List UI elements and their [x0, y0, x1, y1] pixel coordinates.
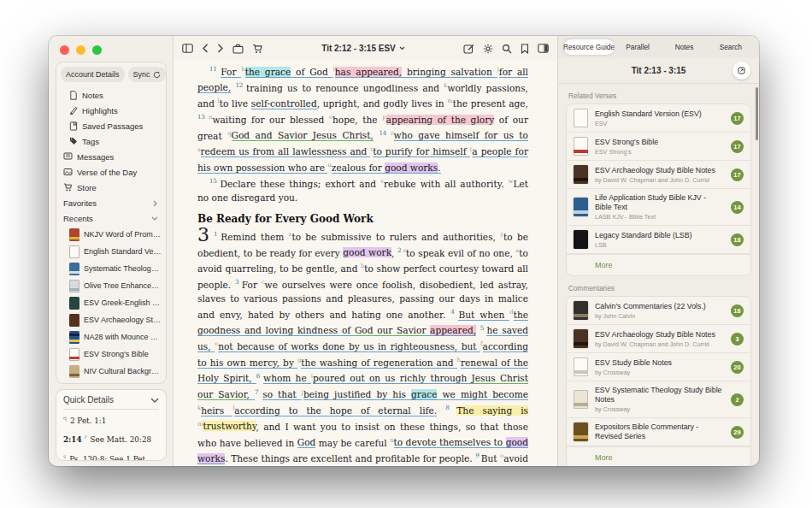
- bible-text-area[interactable]: 11 For hthe grace of God ihas appeared, …: [174, 61, 557, 466]
- sidebar-item-saved-passages[interactable]: Saved Passages: [61, 118, 162, 133]
- resource-item[interactable]: ESV Archaeology Study Bible Notesby Davi…: [567, 161, 750, 189]
- verse-text: may be careful: [315, 437, 390, 447]
- sidebar-item-store[interactable]: Store: [61, 180, 162, 195]
- recent-book-item[interactable]: ESV Archaeology Study Bible: [61, 311, 162, 328]
- resource-item[interactable]: ESV Strong's BibleESV Strong's17: [567, 133, 750, 161]
- more-link[interactable]: More: [567, 254, 750, 275]
- quick-details-label: Quick Details: [63, 395, 114, 405]
- resource-item[interactable]: Expositors Bible Commentary - Revised Se…: [567, 418, 750, 446]
- sidebar-toggle-icon[interactable]: [182, 44, 193, 53]
- favorites-label: Favorites: [63, 198, 97, 208]
- quick-details-header[interactable]: Quick Details: [63, 390, 159, 410]
- open-in-window-button[interactable]: [733, 62, 750, 80]
- split-view-icon[interactable]: [538, 44, 549, 53]
- resource-list-scroll-area[interactable]: Related VersesEnglish Standard Version (…: [558, 84, 759, 466]
- resource-item[interactable]: Life Application Study Bible KJV - Bible…: [567, 189, 750, 226]
- cart-icon[interactable]: [252, 44, 263, 54]
- cover-band: [69, 271, 79, 274]
- resource-item[interactable]: Legacy Standard Bible (LSB)LSB18: [567, 226, 750, 254]
- recent-book-item[interactable]: ESV Greek-English Interlinear...: [61, 294, 162, 311]
- resource-title: ESV Archaeology Study Bible Notes: [595, 330, 724, 340]
- resource-item-text: ESV Study Bible Notesby Crossway: [595, 358, 724, 376]
- panel-scrollbar[interactable]: [756, 87, 758, 140]
- resource-subtitle: LASB KJV - Bible Text: [595, 213, 724, 221]
- note-icon: [69, 91, 78, 100]
- more-link[interactable]: More: [567, 446, 750, 466]
- recent-book-item[interactable]: NKJV Word of Promise Audio...: [61, 226, 162, 243]
- bible-app-window: Account Details Sync Notes Highlights: [49, 36, 759, 466]
- sync-label: Sync: [133, 70, 150, 79]
- recent-book-title: English Standard Version (ESV): [84, 247, 162, 256]
- sidebar-item-verse-of-the-day[interactable]: Verse of the Day: [61, 164, 162, 180]
- close-window-button[interactable]: [60, 45, 69, 55]
- count-badge: 17: [731, 140, 744, 153]
- book-cover-icon: [69, 348, 79, 361]
- resource-subtitle: by Crossway: [595, 405, 724, 413]
- desktop-wallpaper: Account Details Sync Notes Highlights: [0, 0, 812, 508]
- tag-icon: [69, 137, 78, 145]
- quick-detail-entry[interactable]: q 2 Pet. 1:1: [63, 410, 159, 429]
- sidebar-item-messages[interactable]: Messages: [61, 149, 162, 164]
- settings-gear-icon[interactable]: [483, 44, 493, 54]
- verse-text: Remind them: [221, 232, 288, 242]
- resource-item-text: Legacy Standard Bible (LSB)LSB: [595, 231, 724, 249]
- book-cover-icon: [574, 165, 588, 184]
- resource-section-card: English Standard Version (ESV)ESV17ESV S…: [566, 103, 751, 276]
- quick-detail-entry[interactable]: s Ps. 130:8; See 1 Pet. 1:18: [63, 448, 159, 461]
- recents-section-header[interactable]: Recents: [61, 210, 162, 226]
- forward-icon[interactable]: [217, 44, 224, 53]
- section-heading: Be Ready for Every Good Work: [197, 212, 528, 226]
- resource-title: ESV Archaeology Study Bible Notes: [595, 166, 724, 175]
- recent-book-item[interactable]: English Standard Version (ESV): [61, 243, 162, 260]
- sidebar-item-highlights[interactable]: Highlights: [61, 103, 162, 118]
- tab-resource-guide[interactable]: Resource Guide: [563, 39, 615, 55]
- resource-title: Calvin's Commentaries (22 Vols.): [595, 302, 724, 311]
- recent-book-title: ESV Greek-English Interlinear...: [84, 298, 162, 307]
- recent-book-item[interactable]: NIV Cultural Backgrounds Stu...: [61, 363, 162, 380]
- sidebar-item-notes[interactable]: Notes: [61, 87, 162, 103]
- count-badge: 17: [731, 112, 744, 125]
- sidebar: Account Details Sync Notes Highlights: [49, 36, 174, 466]
- bookmark-icon[interactable]: [521, 44, 529, 54]
- verse-number: 3: [235, 278, 242, 286]
- zoom-window-button[interactable]: [92, 45, 102, 55]
- recent-book-title: Systematic Theology, 1st Ed. (...: [84, 264, 162, 273]
- recent-book-item[interactable]: NA28 with Mounce Parsings: [61, 328, 162, 346]
- resource-item[interactable]: ESV Systematic Theology Study Bible Note…: [567, 381, 750, 418]
- recent-book-title: NKJV Word of Promise Audio...: [84, 230, 162, 239]
- verse-text: God: [297, 437, 316, 448]
- resource-item[interactable]: English Standard Version (ESV)ESV17: [567, 104, 750, 133]
- resource-item[interactable]: ESV Archaeology Study Bible Notesby Davi…: [567, 325, 750, 353]
- recent-book-item[interactable]: Systematic Theology, 1st Ed. (...: [61, 260, 162, 277]
- favorites-section-header[interactable]: Favorites: [61, 195, 162, 210]
- quick-detail-entry[interactable]: 2:14 r See Matt. 20:28: [63, 429, 159, 449]
- chevron-right-icon: [152, 200, 158, 207]
- recent-book-item[interactable]: Olive Tree Enhanced Strong's...: [61, 277, 162, 294]
- verse-text: appeared,: [430, 325, 476, 336]
- resource-item[interactable]: ESV Study Bible Notesby Crossway20: [567, 353, 750, 381]
- tab-search[interactable]: Search: [708, 39, 754, 55]
- recents-list: NKJV Word of Promise Audio...English Sta…: [61, 226, 162, 380]
- compose-icon[interactable]: [463, 44, 474, 54]
- back-icon[interactable]: [202, 44, 209, 53]
- book-cover-icon: [574, 109, 588, 127]
- recent-book-item[interactable]: ESV Strong's Bible: [61, 346, 162, 363]
- bag-icon[interactable]: [232, 44, 244, 54]
- passage-title-menu[interactable]: Tit 2:12 - 3:15 ESV: [263, 44, 463, 53]
- search-icon[interactable]: [502, 44, 512, 54]
- verse-text: But when: [458, 310, 509, 321]
- verse-text: s: [197, 146, 201, 153]
- tab-parallel[interactable]: Parallel: [615, 39, 661, 55]
- chevron-down-icon: [151, 216, 158, 222]
- resource-item[interactable]: Calvin's Commentaries (22 Vols.)by John …: [567, 297, 750, 325]
- quick-details-card: Quick Details q 2 Pet. 1:12:14 r See Mat…: [56, 389, 167, 461]
- resource-item-text: Calvin's Commentaries (22 Vols.)by John …: [595, 302, 724, 320]
- account-details-button[interactable]: Account Details: [61, 67, 125, 82]
- resource-item-text: Expositors Bible Commentary - Revised Se…: [595, 422, 724, 441]
- resource-title: Expositors Bible Commentary - Revised Se…: [595, 422, 724, 441]
- minimize-window-button[interactable]: [76, 45, 85, 55]
- resource-passage-header: Tit 2:13 - 3:15: [558, 58, 759, 84]
- tab-notes[interactable]: Notes: [661, 39, 707, 55]
- sync-button[interactable]: Sync: [128, 67, 166, 82]
- sidebar-item-tags[interactable]: Tags: [61, 133, 162, 149]
